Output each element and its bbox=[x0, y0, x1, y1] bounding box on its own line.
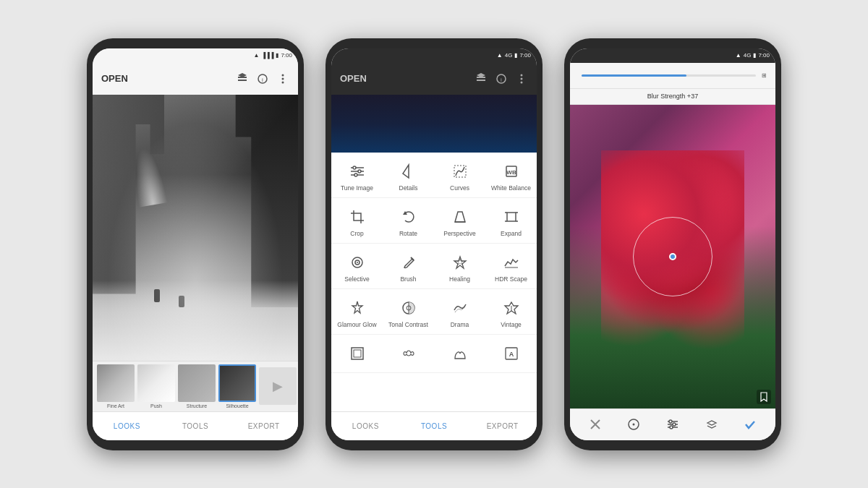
edit-adjust-icon[interactable]: ⊞ bbox=[762, 72, 767, 79]
selective-dot[interactable] bbox=[669, 253, 676, 260]
tool-healing-label: Healing bbox=[449, 275, 470, 283]
tool-selective[interactable]: Selective bbox=[331, 244, 383, 288]
tool-selective-label: Selective bbox=[344, 275, 370, 283]
sliders-button[interactable] bbox=[664, 416, 681, 433]
progress-bar-container bbox=[582, 74, 756, 77]
nav-looks[interactable]: LOOKS bbox=[93, 422, 161, 430]
nav-tools-2[interactable]: TOOLS bbox=[400, 422, 469, 430]
svg-rect-28 bbox=[507, 213, 516, 221]
more-vertical-icon[interactable] bbox=[276, 72, 289, 85]
tool-glamour-label: Glamour Glow bbox=[337, 321, 376, 328]
blur-strength-label: Blur Strength +37 bbox=[647, 90, 698, 103]
svg-rect-10 bbox=[477, 80, 485, 81]
svg-point-6 bbox=[282, 77, 284, 80]
tool-details-label: Details bbox=[399, 184, 418, 192]
svg-text:A: A bbox=[509, 351, 514, 358]
phone-2-top-bar: OPEN i bbox=[331, 63, 537, 95]
expand-icon bbox=[501, 207, 522, 227]
svg-point-20 bbox=[358, 170, 361, 173]
circle-tool-button[interactable] bbox=[625, 416, 642, 433]
tool-white-balance[interactable]: WB White Balance bbox=[485, 153, 537, 197]
crop-icon bbox=[347, 207, 367, 227]
hdr-icon bbox=[501, 252, 522, 273]
info-icon[interactable]: i bbox=[256, 72, 269, 85]
nav-tools[interactable]: TOOLS bbox=[161, 422, 230, 430]
tool-curves[interactable]: Curves bbox=[434, 153, 485, 197]
tool-hdr-scape[interactable]: HDR Scape bbox=[485, 244, 537, 288]
stack-icon-2[interactable] bbox=[475, 72, 488, 85]
tool-tune-label: Tune Image bbox=[341, 184, 373, 192]
wb-icon: WB bbox=[501, 161, 522, 181]
film-next-button[interactable]: ▶ bbox=[259, 367, 297, 405]
nav-looks-2[interactable]: LOOKS bbox=[331, 422, 400, 430]
phone-2-title: OPEN bbox=[340, 73, 475, 84]
film-item-push[interactable]: Push bbox=[137, 364, 175, 408]
nav-export-2[interactable]: EXPORT bbox=[468, 422, 537, 430]
bookmark-icon[interactable] bbox=[757, 390, 771, 404]
tool-tonal-contrast[interactable]: Tonal Contrast bbox=[383, 289, 434, 334]
time-display: 7:00 bbox=[281, 52, 292, 59]
cancel-button[interactable] bbox=[587, 416, 604, 433]
film-item-fineart[interactable]: Fine Art bbox=[97, 364, 135, 408]
tool-details[interactable]: Details bbox=[383, 153, 434, 197]
film-item-next[interactable]: ▶ bbox=[259, 367, 297, 405]
tool-rotate[interactable]: Rotate bbox=[383, 198, 434, 243]
film-item-structure[interactable]: Structure bbox=[178, 364, 216, 408]
battery-icon-2: ▮ bbox=[514, 52, 517, 59]
phone-1-top-icons: i bbox=[236, 72, 289, 85]
tool-crop[interactable]: Crop bbox=[331, 198, 383, 243]
phone-2: ▲ 4G ▮ 7:00 OPEN bbox=[326, 38, 542, 450]
street-overlay bbox=[93, 95, 298, 361]
film-label-silhouette: Silhouette bbox=[226, 403, 248, 408]
time-display-2: 7:00 bbox=[519, 52, 531, 59]
tool-expand[interactable]: Expand bbox=[485, 198, 537, 243]
film-thumb-push[interactable] bbox=[137, 364, 175, 402]
confirm-button[interactable] bbox=[741, 416, 759, 433]
frame-icon bbox=[347, 343, 367, 364]
nav-export[interactable]: EXPORT bbox=[229, 422, 298, 430]
time-display-3: 7:00 bbox=[758, 52, 770, 59]
info-icon-2[interactable]: i bbox=[495, 72, 508, 85]
tool-perspective-label: Perspective bbox=[443, 230, 475, 237]
tools-grid: Tune Image Details bbox=[331, 153, 537, 411]
healing-icon bbox=[450, 252, 470, 273]
tools-row-3: Selective Brush bbox=[331, 244, 537, 289]
svg-point-54 bbox=[669, 420, 672, 423]
tool-text[interactable]: A bbox=[485, 335, 537, 372]
phone-1: ▲ ▐▐▐ ▮ 7:00 OPEN bbox=[87, 38, 304, 450]
bw-street-photo bbox=[93, 95, 298, 361]
tool-frames[interactable] bbox=[331, 335, 383, 372]
svg-rect-43 bbox=[352, 348, 363, 359]
more-icon-2[interactable] bbox=[515, 72, 528, 85]
tool-vintage-label: Vintage bbox=[501, 321, 522, 328]
film-thumb-silhouette[interactable] bbox=[218, 364, 256, 402]
layers-button[interactable] bbox=[703, 416, 720, 433]
svg-point-14 bbox=[521, 77, 523, 80]
film-label-push: Push bbox=[150, 403, 162, 408]
svg-point-13 bbox=[521, 74, 523, 76]
tool-drama[interactable]: Drama bbox=[434, 289, 485, 334]
film-thumb-structure[interactable] bbox=[178, 364, 216, 402]
selective-icon bbox=[347, 252, 367, 273]
tool-double-exposure[interactable] bbox=[434, 335, 485, 372]
dark-image-preview bbox=[331, 95, 537, 153]
progress-bar-fill bbox=[582, 74, 686, 77]
stack-icon[interactable] bbox=[236, 72, 249, 85]
tool-glamour-glow[interactable]: Glamour Glow bbox=[331, 289, 383, 334]
tools-row-4: Glamour Glow Tonal Contrast bbox=[331, 289, 537, 335]
status-icons: ▲ ▐▐▐ ▮ 7:00 bbox=[253, 52, 292, 59]
status-icons-3: ▲ 4G ▮ 7:00 bbox=[736, 52, 770, 59]
phone-1-title: OPEN bbox=[101, 73, 236, 84]
film-item-silhouette[interactable]: Silhouette bbox=[218, 364, 256, 408]
battery-icon-3: ▮ bbox=[753, 52, 756, 59]
film-thumb-fineart[interactable] bbox=[97, 364, 135, 402]
tool-vintage[interactable]: Vintage bbox=[485, 289, 537, 334]
svg-point-55 bbox=[673, 423, 676, 426]
tool-tune-image[interactable]: Tune Image bbox=[331, 153, 383, 197]
tool-perspective[interactable]: Perspective bbox=[434, 198, 485, 243]
tool-healing[interactable]: Healing bbox=[434, 244, 485, 288]
tool-brush[interactable]: Brush bbox=[383, 244, 434, 288]
tool-moustache[interactable] bbox=[383, 335, 434, 372]
svg-text:WB: WB bbox=[506, 169, 516, 176]
lte-icon: 4G bbox=[505, 52, 513, 59]
